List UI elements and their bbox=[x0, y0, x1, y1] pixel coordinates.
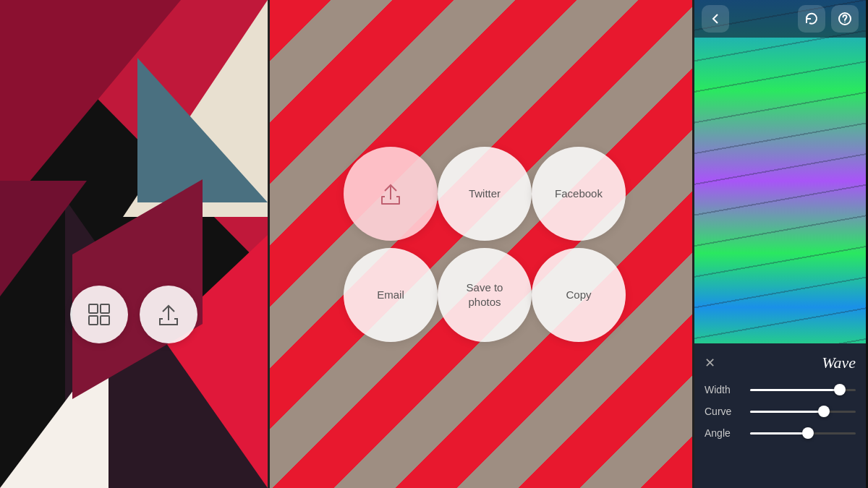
curve-slider-row: Curve bbox=[705, 406, 856, 417]
curve-label: Curve bbox=[705, 406, 744, 417]
question-icon bbox=[838, 12, 852, 26]
angle-slider-fill bbox=[750, 432, 808, 435]
panel1-geometric bbox=[0, 0, 268, 488]
save-photos-bubble[interactable]: Save to photos bbox=[438, 248, 532, 342]
curve-slider-fill bbox=[750, 411, 824, 413]
svg-rect-3 bbox=[101, 316, 109, 325]
share-icon-bubble[interactable] bbox=[344, 147, 438, 241]
panel1-controls bbox=[70, 286, 197, 343]
panel3-topbar bbox=[694, 0, 866, 38]
width-slider-row: Width bbox=[705, 384, 856, 395]
width-slider-fill bbox=[750, 389, 840, 391]
email-bubble[interactable]: Email bbox=[344, 248, 438, 342]
angle-slider-thumb[interactable] bbox=[802, 427, 814, 439]
settings-header: ✕ Wave bbox=[705, 354, 856, 372]
svg-point-7 bbox=[844, 22, 846, 23]
panel2-share: Twitter Facebook Email Save to photos Co… bbox=[268, 0, 694, 488]
grid-button[interactable] bbox=[70, 286, 128, 343]
back-button[interactable] bbox=[702, 5, 729, 33]
panel-title: Wave bbox=[822, 354, 856, 372]
share-button[interactable] bbox=[140, 286, 197, 343]
svg-rect-1 bbox=[101, 304, 109, 313]
angle-label: Angle bbox=[705, 427, 744, 439]
share-icon bbox=[156, 301, 182, 328]
angle-slider[interactable] bbox=[750, 432, 856, 435]
copy-bubble[interactable]: Copy bbox=[532, 248, 626, 342]
chevron-left-icon bbox=[708, 12, 723, 26]
topbar-right-actions bbox=[798, 5, 859, 33]
facebook-bubble[interactable]: Facebook bbox=[532, 147, 626, 241]
twitter-bubble[interactable]: Twitter bbox=[438, 147, 532, 241]
angle-slider-row: Angle bbox=[705, 427, 856, 439]
share-arrow-icon bbox=[376, 179, 405, 208]
refresh-button[interactable] bbox=[798, 5, 825, 33]
save-photos-label: Save to photos bbox=[467, 281, 503, 309]
bg-shape-4 bbox=[137, 58, 268, 202]
svg-rect-0 bbox=[89, 304, 98, 313]
panel3-wave-editor: ✕ Wave Width Curve Angle bbox=[694, 0, 866, 488]
wave-settings-panel: ✕ Wave Width Curve Angle bbox=[694, 343, 866, 488]
close-button[interactable]: ✕ bbox=[705, 355, 715, 371]
width-slider-thumb[interactable] bbox=[834, 384, 846, 395]
refresh-icon bbox=[804, 12, 819, 26]
svg-rect-2 bbox=[89, 316, 98, 325]
width-label: Width bbox=[705, 384, 744, 395]
grid-icon bbox=[86, 301, 112, 328]
curve-slider[interactable] bbox=[750, 411, 856, 413]
help-button[interactable] bbox=[831, 5, 859, 33]
width-slider[interactable] bbox=[750, 389, 856, 391]
curve-slider-thumb[interactable] bbox=[818, 406, 830, 417]
wave-overlay bbox=[694, 0, 866, 361]
panel1-background bbox=[0, 0, 268, 488]
share-bubbles-container: Twitter Facebook Email Save to photos Co… bbox=[344, 143, 618, 346]
